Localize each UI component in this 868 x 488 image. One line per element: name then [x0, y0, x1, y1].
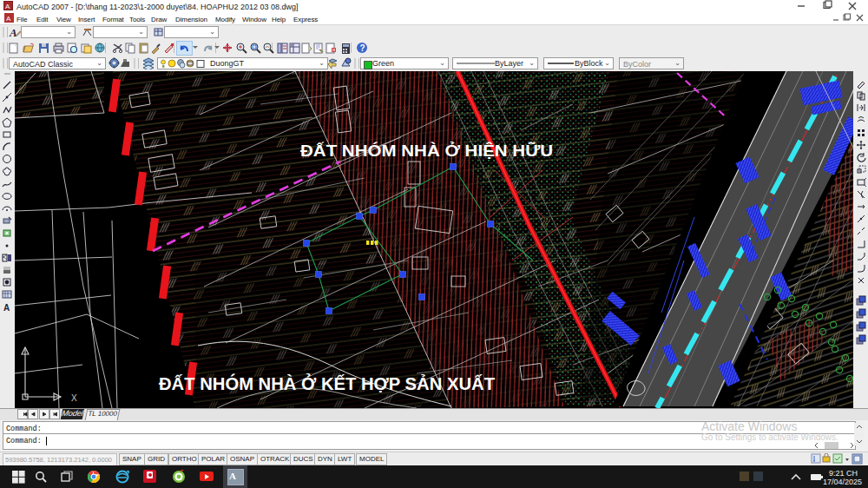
svg-text:A: A: [3, 303, 10, 313]
svg-text:ĐẤT NHÓM NHÀ Ở KẾT HỢP SẢN XUẤ: ĐẤT NHÓM NHÀ Ở KẾT HỢP SẢN XUẤT: [159, 373, 495, 393]
svg-text:ĐẤT NHÓM NHÀ Ở HIỆN HỮU: ĐẤT NHÓM NHÀ Ở HIỆN HỮU: [300, 142, 553, 160]
svg-text:X: X: [71, 393, 77, 403]
svg-text:A: A: [6, 15, 11, 23]
svg-text:A: A: [5, 3, 10, 10]
svg-text:?: ?: [360, 43, 365, 53]
svg-text:A: A: [9, 26, 17, 39]
